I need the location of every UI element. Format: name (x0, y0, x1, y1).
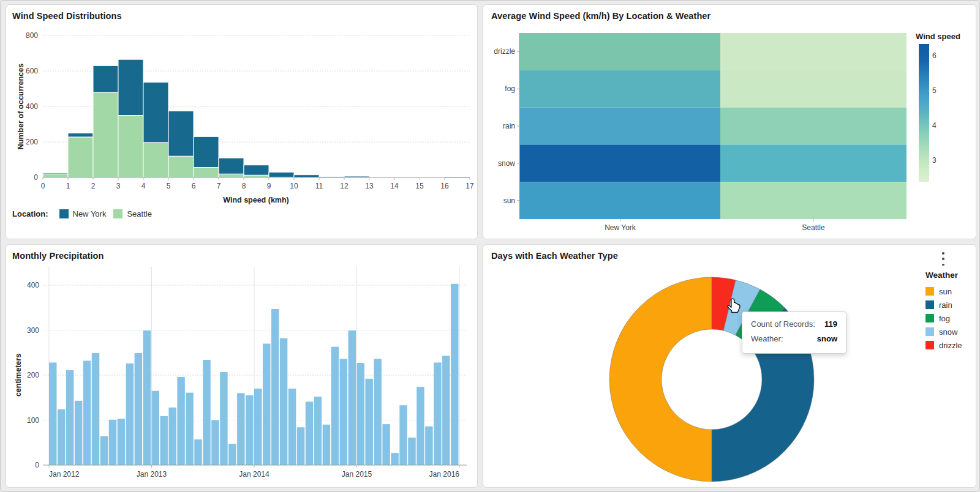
precipitation-bar[interactable] (109, 420, 116, 465)
donut-slice-sun[interactable] (609, 277, 712, 482)
x-tick-label: 10 (290, 182, 298, 190)
precipitation-bar[interactable] (58, 409, 65, 465)
histogram-bar-new-york[interactable] (93, 65, 118, 92)
precipitation-bar[interactable] (434, 362, 441, 465)
precipitation-bar[interactable] (288, 389, 296, 465)
x-tick-label: 4 (141, 182, 146, 190)
precipitation-bar[interactable] (408, 438, 415, 465)
precipitation-bar[interactable] (417, 387, 424, 465)
precipitation-bar[interactable] (177, 377, 184, 465)
precipitation-bar[interactable] (382, 424, 390, 465)
precipitation-bar[interactable] (365, 379, 372, 465)
precipitation-bar[interactable] (349, 330, 356, 465)
precipitation-bar[interactable] (263, 344, 270, 465)
histogram-bar-seattle[interactable] (194, 167, 219, 177)
histogram-bar-seattle[interactable] (143, 143, 168, 177)
precipitation-bar[interactable] (374, 359, 381, 465)
precipitation-bar[interactable] (331, 347, 339, 465)
precipitation-bar[interactable] (168, 408, 176, 465)
precipitation-bar[interactable] (271, 309, 279, 465)
colorbar-tick-label: 4 (932, 121, 937, 130)
precipitation-bar[interactable] (152, 391, 159, 465)
column-label: Seattle (802, 223, 825, 232)
histogram-bar-seattle[interactable] (168, 156, 194, 177)
histogram-bar-seattle[interactable] (68, 137, 93, 177)
precipitation-bar[interactable] (246, 395, 253, 465)
precipitation-bar[interactable] (160, 416, 167, 465)
heatmap-cell-rain-seattle[interactable] (720, 108, 907, 145)
heatmap-cell-rain-new-york[interactable] (520, 108, 720, 145)
precipitation-bar[interactable] (83, 360, 91, 465)
histogram-bar-new-york[interactable] (43, 173, 68, 174)
x-tick-label: Jan 2015 (342, 470, 372, 479)
legend-title: Weather (925, 270, 962, 280)
precipitation-bar[interactable] (357, 363, 364, 465)
legend-item-new-york: New York (59, 209, 107, 218)
histogram-bar-new-york[interactable] (219, 158, 244, 174)
legend-item-fog: fog (925, 311, 962, 325)
precipitation-bar[interactable] (126, 363, 134, 465)
row-label: snow (498, 159, 515, 168)
colorbar-gradient (919, 44, 929, 182)
precipitation-bar[interactable] (237, 393, 244, 465)
precipitation-bar[interactable] (254, 389, 262, 465)
precipitation-bar[interactable] (66, 370, 74, 465)
histogram-bar-seattle[interactable] (93, 92, 118, 177)
histogram-bar-new-york[interactable] (168, 111, 194, 156)
precipitation-bar[interactable] (92, 353, 99, 465)
heatmap-cell-fog-new-york[interactable] (520, 70, 720, 108)
x-tick-label: 6 (192, 182, 196, 190)
precipitation-bar[interactable] (425, 427, 432, 465)
precipitation-bar[interactable] (194, 439, 202, 465)
heatmap-cell-snow-seattle[interactable] (720, 144, 907, 182)
x-tick-label: 7 (217, 182, 221, 190)
heatmap-cell-sun-seattle[interactable] (720, 182, 907, 219)
x-tick-label: 14 (390, 182, 399, 190)
precipitation-bar[interactable] (186, 393, 193, 465)
tooltip-value: 119 (824, 319, 837, 329)
heatmap-cell-drizzle-seattle[interactable] (720, 33, 907, 70)
precipitation-bar[interactable] (399, 405, 407, 465)
precipitation-bar[interactable] (49, 362, 56, 465)
precipitation-bar[interactable] (100, 436, 108, 465)
histogram-bar-new-york[interactable] (294, 175, 319, 177)
histogram-bar-seattle[interactable] (219, 174, 244, 177)
histogram-bar-new-york[interactable] (143, 82, 168, 143)
x-tick-label: Jan 2012 (49, 470, 80, 479)
heatmap-cell-drizzle-new-york[interactable] (520, 33, 720, 70)
histogram-bar-seattle[interactable] (118, 116, 143, 178)
precipitation-bar[interactable] (340, 359, 347, 465)
precipitation-bar[interactable] (323, 425, 330, 465)
histogram-bar-new-york[interactable] (68, 133, 93, 137)
precipitation-bar[interactable] (118, 419, 125, 465)
precipitation-bar[interactable] (143, 330, 151, 465)
precipitation-bar[interactable] (391, 453, 398, 465)
heatmap-cell-fog-seattle[interactable] (720, 70, 907, 108)
y-tick-label: 0 (35, 461, 39, 469)
precipitation-bar[interactable] (135, 353, 142, 465)
histogram-bar-new-york[interactable] (194, 136, 219, 167)
legend-swatch (113, 209, 123, 218)
histogram-bar-new-york[interactable] (118, 59, 143, 115)
precipitation-bar[interactable] (220, 372, 227, 465)
tooltip-label: Weather: (751, 334, 783, 343)
heatmap-cell-snow-new-york[interactable] (520, 144, 720, 182)
legend-item-sun: sun (925, 285, 962, 298)
legend-label: drizzle (939, 341, 962, 350)
tooltip-value: snow (817, 334, 837, 343)
histogram-bar-new-york[interactable] (269, 172, 294, 177)
precipitation-bar[interactable] (75, 401, 82, 465)
histogram-bar-seattle[interactable] (244, 175, 269, 177)
precipitation-bar[interactable] (211, 420, 219, 466)
precipitation-bar[interactable] (451, 284, 458, 465)
precipitation-bar[interactable] (442, 356, 450, 465)
heatmap-cell-sun-new-york[interactable] (520, 182, 720, 219)
histogram-bar-new-york[interactable] (244, 165, 269, 176)
precipitation-bar[interactable] (228, 444, 236, 465)
row-label: sun (503, 196, 515, 205)
precipitation-bar[interactable] (297, 427, 304, 465)
precipitation-bar[interactable] (203, 360, 210, 465)
precipitation-bar[interactable] (314, 397, 322, 465)
precipitation-bar[interactable] (280, 338, 287, 465)
precipitation-bar[interactable] (306, 401, 313, 465)
